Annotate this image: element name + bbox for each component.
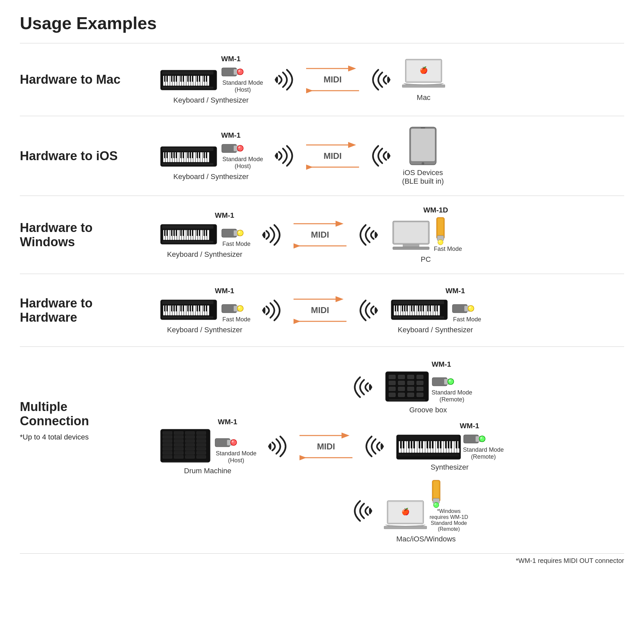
svg-rect-150 bbox=[162, 301, 213, 304]
svg-rect-71 bbox=[166, 152, 168, 158]
svg-rect-32 bbox=[197, 76, 198, 82]
svg-rect-247 bbox=[417, 387, 423, 391]
svg-rect-334 bbox=[450, 441, 452, 448]
svg-rect-21 bbox=[207, 76, 209, 86]
svg-rect-120 bbox=[171, 230, 172, 236]
svg-rect-145 bbox=[438, 218, 443, 235]
svg-rect-182 bbox=[199, 305, 200, 311]
midi-arrows: MIDI bbox=[306, 142, 359, 170]
footnote: *WM-1 requires MIDI OUT connector bbox=[20, 554, 624, 565]
svg-rect-114 bbox=[200, 230, 202, 240]
svg-point-147 bbox=[438, 240, 443, 245]
svg-rect-80 bbox=[197, 152, 198, 158]
svg-rect-241 bbox=[398, 381, 405, 385]
wifi-waves bbox=[351, 498, 377, 524]
svg-rect-346 bbox=[384, 526, 427, 529]
section-hardware-to-ios: Hardware to iOS WM-1 Standard Mode (Host… bbox=[20, 116, 624, 196]
svg-point-148 bbox=[438, 240, 440, 242]
svg-rect-25 bbox=[173, 76, 175, 82]
left-device-group: WM-1 Standard Mode (Host) Drum Machine bbox=[159, 418, 256, 475]
wifi-waves bbox=[356, 297, 383, 324]
svg-rect-184 bbox=[206, 305, 207, 311]
section-hardware-to-windows: Hardware to Windows WM-1 Fast Mode Keybo… bbox=[20, 196, 624, 274]
svg-rect-47 bbox=[402, 85, 445, 87]
wm1-label: WM-1 bbox=[221, 131, 241, 140]
svg-rect-248 bbox=[389, 393, 395, 397]
svg-rect-131 bbox=[206, 230, 207, 236]
svg-rect-93 bbox=[411, 129, 435, 161]
svg-rect-56 bbox=[177, 152, 179, 162]
device-name-label: Mac bbox=[417, 93, 431, 102]
svg-rect-122 bbox=[176, 230, 177, 236]
wifi-waves bbox=[270, 143, 296, 169]
svg-rect-66 bbox=[200, 152, 202, 162]
svg-rect-79 bbox=[192, 152, 193, 158]
section-multiple-connection: Multiple Connection *Up to 4 total devic… bbox=[20, 346, 624, 554]
svg-rect-328 bbox=[429, 441, 431, 448]
midi-label: MIDI bbox=[311, 305, 329, 315]
svg-rect-282 bbox=[197, 451, 206, 454]
svg-rect-170 bbox=[207, 305, 209, 315]
svg-rect-331 bbox=[440, 441, 441, 448]
wm1-label: WM-1 bbox=[221, 55, 241, 63]
mode-label: Fast Mode bbox=[222, 241, 251, 248]
svg-rect-277 bbox=[185, 447, 195, 450]
svg-rect-178 bbox=[187, 305, 189, 311]
svg-rect-287 bbox=[163, 461, 208, 462]
svg-rect-243 bbox=[417, 381, 423, 385]
svg-point-137 bbox=[238, 231, 240, 233]
svg-rect-153 bbox=[168, 305, 170, 315]
svg-point-234 bbox=[469, 306, 471, 308]
device-name-label: Synthesizer bbox=[431, 463, 469, 472]
svg-rect-260 bbox=[174, 432, 183, 435]
svg-rect-324 bbox=[413, 441, 415, 448]
groove-box-device bbox=[384, 370, 430, 403]
svg-rect-321 bbox=[403, 441, 404, 448]
device-name-label: Drum Machine bbox=[184, 467, 231, 475]
device-name-label: Mac/iOS/Windows bbox=[396, 535, 456, 543]
svg-rect-224 bbox=[423, 305, 424, 311]
svg-rect-274 bbox=[197, 443, 206, 446]
svg-rect-107 bbox=[184, 230, 186, 240]
svg-rect-183 bbox=[204, 305, 205, 311]
svg-rect-329 bbox=[432, 441, 434, 448]
svg-rect-223 bbox=[420, 305, 422, 311]
svg-rect-326 bbox=[421, 441, 423, 448]
left-device-group: WM-1 Fast Mode Keyboard / Synthesizer bbox=[159, 287, 251, 334]
svg-rect-174 bbox=[173, 305, 175, 311]
svg-rect-244 bbox=[389, 387, 395, 391]
svg-rect-267 bbox=[163, 439, 172, 442]
svg-rect-173 bbox=[171, 305, 172, 311]
mode-label: Standard Mode (Remote) bbox=[463, 446, 504, 460]
wifi-waves bbox=[263, 433, 290, 460]
svg-rect-236 bbox=[389, 375, 395, 379]
svg-rect-265 bbox=[185, 436, 195, 438]
svg-rect-18 bbox=[200, 76, 202, 86]
pc-device bbox=[390, 219, 433, 253]
svg-rect-310 bbox=[433, 441, 436, 453]
wm1-dongle bbox=[463, 432, 486, 446]
svg-rect-239 bbox=[417, 375, 423, 379]
svg-rect-204 bbox=[415, 305, 417, 315]
svg-rect-221 bbox=[413, 305, 415, 311]
svg-rect-214 bbox=[438, 305, 440, 315]
svg-point-292 bbox=[232, 440, 234, 442]
svg-point-351 bbox=[434, 503, 436, 505]
wm1-label: WM-1 bbox=[215, 287, 234, 295]
svg-rect-216 bbox=[397, 305, 398, 311]
svg-rect-249 bbox=[398, 393, 405, 397]
svg-rect-11 bbox=[184, 76, 186, 86]
svg-rect-336 bbox=[458, 441, 460, 448]
device-name-label: Groove box bbox=[409, 406, 447, 414]
svg-rect-29 bbox=[187, 76, 189, 82]
svg-rect-270 bbox=[197, 439, 206, 442]
svg-rect-337 bbox=[398, 454, 459, 456]
svg-rect-31 bbox=[192, 76, 193, 82]
svg-rect-126 bbox=[190, 230, 191, 236]
svg-point-342 bbox=[480, 437, 482, 439]
svg-rect-129 bbox=[199, 230, 200, 236]
svg-rect-28 bbox=[183, 76, 184, 82]
svg-rect-330 bbox=[437, 441, 439, 448]
svg-rect-72 bbox=[171, 152, 172, 158]
wm1-label: WM-1 bbox=[215, 211, 234, 220]
